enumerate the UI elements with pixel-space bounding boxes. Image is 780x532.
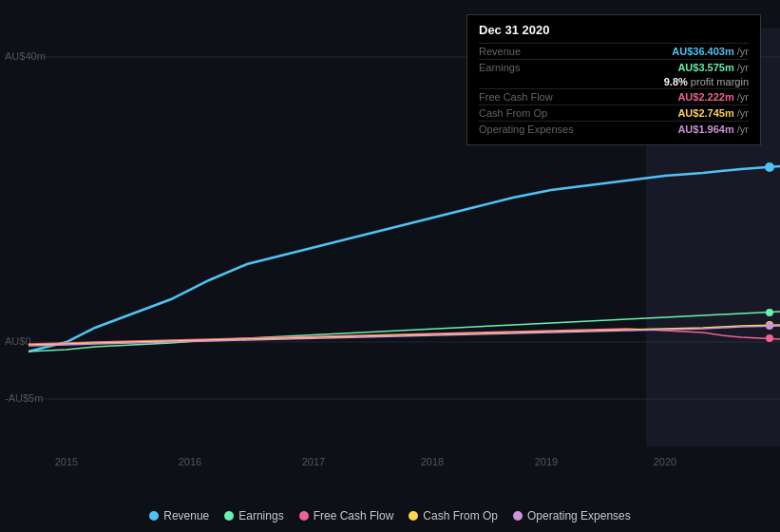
legend-cashop-label: Cash From Op [423, 509, 498, 522]
x-label-2020: 2020 [654, 456, 676, 467]
x-label-2015: 2015 [55, 456, 78, 467]
x-label-2019: 2019 [535, 456, 558, 467]
legend-cashop[interactable]: Cash From Op [409, 509, 498, 522]
tooltip-opex-label: Operating Expenses [479, 124, 574, 135]
tooltip-earnings-label: Earnings [479, 62, 520, 73]
x-label-2018: 2018 [421, 456, 444, 467]
legend-earnings-dot [224, 511, 234, 521]
tooltip-date: Dec 31 2020 [479, 23, 749, 37]
legend-revenue-dot [149, 511, 159, 521]
tooltip-fcf-label: Free Cash Flow [479, 91, 553, 103]
tooltip-cashop-row: Cash From Op AU$2.745m /yr [479, 104, 749, 121]
tooltip-opex-value: AU$1.964m /yr [677, 124, 749, 135]
legend-revenue-label: Revenue [163, 509, 209, 522]
y-axis-0: AU$0 [5, 335, 31, 347]
tooltip-opex-row: Operating Expenses AU$1.964m /yr [479, 121, 749, 137]
tooltip-earnings-value: AU$3.575m /yr [677, 62, 749, 73]
tooltip-fcf-row: Free Cash Flow AU$2.222m /yr [479, 88, 749, 104]
legend-fcf-dot [299, 511, 309, 521]
revenue-datapoint [765, 162, 774, 172]
opex-datapoint [766, 322, 773, 330]
legend-revenue[interactable]: Revenue [149, 509, 209, 522]
legend-cashop-dot [409, 511, 418, 521]
tooltip-cashop-label: Cash From Op [479, 107, 547, 119]
y-axis-40m: AU$40m [5, 50, 46, 62]
tooltip-revenue-value: AU$36.403m /yr [672, 46, 749, 57]
legend-opex[interactable]: Operating Expenses [513, 509, 631, 522]
tooltip-revenue-label: Revenue [479, 46, 521, 57]
tooltip-earnings-row: Earnings AU$3.575m /yr [479, 59, 749, 75]
legend-fcf[interactable]: Free Cash Flow [299, 509, 394, 522]
tooltip-fcf-value: AU$2.222m /yr [677, 91, 749, 103]
tooltip-panel: Dec 31 2020 Revenue AU$36.403m /yr Earni… [466, 14, 761, 145]
legend-fcf-label: Free Cash Flow [314, 509, 394, 522]
legend-earnings-label: Earnings [238, 509, 283, 522]
x-label-2016: 2016 [179, 456, 201, 467]
y-axis-neg5m: -AU$5m [5, 392, 43, 404]
legend-opex-dot [513, 511, 523, 521]
x-label-2017: 2017 [302, 456, 325, 467]
tooltip-profit-margin: 9.8% profit margin [479, 75, 749, 88]
legend-opex-label: Operating Expenses [527, 509, 631, 522]
fcf-datapoint [766, 334, 773, 342]
chart-legend: Revenue Earnings Free Cash Flow Cash Fro… [0, 509, 780, 522]
legend-earnings[interactable]: Earnings [224, 509, 283, 522]
tooltip-cashop-value: AU$2.745m /yr [677, 107, 749, 119]
tooltip-revenue-row: Revenue AU$36.403m /yr [479, 43, 749, 59]
earnings-datapoint [766, 309, 773, 316]
